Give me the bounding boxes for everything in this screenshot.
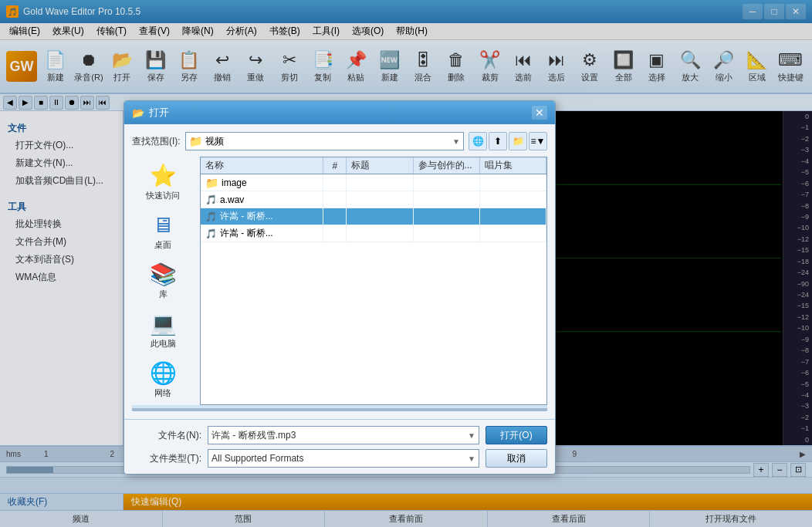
zoomin-button[interactable]: 🔍放大 [675,44,705,89]
menu-item-effects[interactable]: 效果(U) [46,23,90,39]
tb2-btn-3[interactable]: ■ [34,96,48,110]
file-cell-wav-num [323,191,347,208]
redo-button[interactable]: ↪重做 [241,44,271,89]
menu-item-analyze[interactable]: 分析(A) [220,23,263,39]
region-button[interactable]: 📐区域 [742,44,772,89]
dialog-close-button[interactable]: ✕ [532,106,547,120]
view-toggle-button[interactable]: ≡▼ [529,132,547,150]
go-web-button[interactable]: 🌐 [469,132,487,150]
save-icon: 💾 [145,50,166,70]
minimize-button[interactable]: ─ [743,4,763,19]
zoom-minus-btn[interactable]: − [772,463,787,477]
filetype-input[interactable]: All Supported Formats ▼ [208,449,479,468]
menu-item-options[interactable]: 选项(O) [346,23,390,39]
sidebar-item-batch[interactable]: 批处理转换 [0,215,123,233]
file-row-wav[interactable]: 🎵 a.wav [201,191,546,208]
col-name[interactable]: 名称 [201,157,323,174]
file-row-mp3-2[interactable]: 🎵 许嵩 - 断桥... [201,225,546,242]
status-view-next[interactable]: 查看后面 [488,511,651,527]
quick-computer-item[interactable]: 💻 此电脑 [135,308,191,353]
tb2-btn-1[interactable]: ◀ [3,96,17,110]
status-view-prev[interactable]: 查看前面 [325,511,488,527]
col-title[interactable]: 标题 [347,157,413,174]
menu-item-bookmark[interactable]: 书签(B) [263,23,306,39]
tb2-btn-5[interactable]: ⏺ [65,96,79,110]
file-row-mp3-1[interactable]: 🎵 许嵩 - 断桥... [201,208,546,225]
location-value: 视频 [205,135,449,148]
maximize-button[interactable]: □ [764,4,784,19]
quick-access-icon: ⭐ [150,163,177,188]
close-button[interactable]: ✕ [786,4,806,19]
next-button[interactable]: ⏭选后 [541,44,571,89]
new2-button[interactable]: 🆕新建 [374,44,404,89]
cut-button[interactable]: ✂剪切 [274,44,304,89]
menu-item-help[interactable]: 帮助(H) [390,23,434,39]
quick-desktop-item[interactable]: 🖥 桌面 [135,209,191,254]
save-button[interactable]: 💾保存 [140,44,171,89]
file-cell-wav-title [347,191,413,208]
title-bar: 🎵 Gold Wave Editor Pro 10.5.5 ─ □ ✕ [0,0,812,23]
file-row-folder[interactable]: 📁 image [201,174,546,191]
quick-library-item[interactable]: 📚 库 [135,258,191,303]
undo-button[interactable]: ↩撤销 [207,44,237,89]
filetype-dropdown-icon[interactable]: ▼ [468,454,475,463]
status-open-file[interactable]: 打开现有文件 [650,511,812,527]
tb2-btn-7[interactable]: ⏮ [96,96,110,110]
open-button[interactable]: 打开(O) [486,426,547,444]
quick-network-item[interactable]: 🌐 网络 [135,357,191,402]
delete-button[interactable]: 🗑删除 [442,44,472,89]
sidebar-item-merge[interactable]: 文件合并(M) [0,233,123,251]
open-button[interactable]: 📂打开 [107,44,137,89]
col-album[interactable]: 唱片集 [480,157,546,174]
collect-bar[interactable]: 收藏夹(F) [0,494,123,510]
location-combo[interactable]: 📁 视频 ▼ [185,132,464,150]
quick-edit-bar[interactable]: 快速编辑(Q) [123,494,812,510]
select-button[interactable]: ▣选择 [641,44,672,89]
col-num[interactable]: # [323,157,347,174]
new-button[interactable]: 📄新建 [40,44,70,89]
zoomout-button[interactable]: 🔎缩小 [709,44,739,89]
record-button[interactable]: ⏺录音(R) [73,44,103,89]
trim-button[interactable]: ✂️裁剪 [475,44,505,89]
status-channel[interactable]: 频道 [0,511,163,527]
sidebar-section-file: 文件 [0,117,123,137]
tb2-btn-4[interactable]: ⏸ [49,96,63,110]
new-folder-button[interactable]: 📁 [509,132,527,150]
saveas-button[interactable]: 📋另存 [174,44,204,89]
sidebar-item-load-cd[interactable]: 加载音频CD曲目(L)... [0,172,123,190]
cut-icon: ✂ [283,50,296,70]
menu-item-tools[interactable]: 工具(I) [306,23,346,39]
paste-button[interactable]: 📌粘贴 [341,44,371,89]
menu-item-file[interactable]: 编辑(E) [3,23,46,39]
filename-dropdown-icon[interactable]: ▼ [468,431,475,440]
desktop-icon: 🖥 [152,212,174,238]
prev-button[interactable]: ⏮选前 [508,44,538,89]
go-up-button[interactable]: ⬆ [489,132,507,150]
combo-arrow-icon: ▼ [452,137,460,146]
sidebar-item-tts[interactable]: 文本到语音(S) [0,251,123,269]
tb2-btn-2[interactable]: ▶ [19,96,32,110]
copy-button[interactable]: 📑复制 [307,44,337,89]
mix-button[interactable]: 🎛混合 [408,44,438,89]
scrollbar-thumb[interactable] [7,467,53,473]
menu-item-view[interactable]: 查看(V) [133,23,176,39]
sidebar-item-wma[interactable]: WMA信息 [0,269,123,286]
menu-item-transfer[interactable]: 传输(T) [90,23,133,39]
quick-access-item[interactable]: ⭐ 快速访问 [135,160,191,204]
dialog-scrollbar-thumb[interactable] [132,408,547,411]
sidebar-item-new-file[interactable]: 新建文件(N)... [0,154,123,172]
col-contrib[interactable]: 参与创作的... [414,157,480,174]
settings-button[interactable]: ⚙设置 [575,44,605,89]
copy-icon: 📑 [313,50,333,70]
zoom-fit-btn[interactable]: ⊡ [790,463,806,477]
menu-item-denoise[interactable]: 降噪(N) [176,23,220,39]
sidebar-item-open-file[interactable]: 打开文件(O)... [0,137,123,154]
all-button[interactable]: 🔲全部 [608,44,638,89]
status-range[interactable]: 范围 [163,511,326,527]
filename-input[interactable]: 许嵩 - 断桥残雪.mp3 ▼ [208,426,479,444]
cancel-button[interactable]: 取消 [486,449,547,468]
tb2-btn-6[interactable]: ⏭ [80,96,94,110]
dialog-scroll[interactable] [132,405,547,411]
shortcut-button[interactable]: ⌨快捷键 [776,44,806,89]
zoom-plus-btn[interactable]: + [753,463,769,477]
